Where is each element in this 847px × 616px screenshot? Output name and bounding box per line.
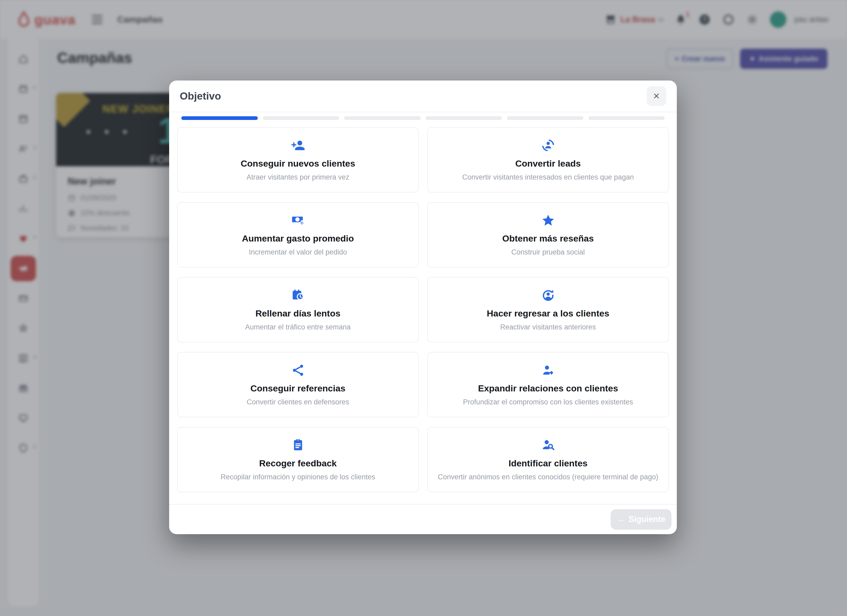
modal-footer: → Siguiente [169,504,677,534]
close-icon[interactable]: ✕ [646,86,666,106]
option-convert-leads[interactable]: Convertir leads Convertir visitantes int… [427,127,669,192]
option-identify-customers[interactable]: Identificar clientes Convertir anónimos … [427,427,669,492]
person-arrow-icon [541,363,555,377]
progress-step-5 [507,116,583,120]
arrow-right-icon: → [617,514,625,524]
progress-step-4 [426,116,502,120]
objective-modal: Objetivo ✕ Conseguir nuevos clientes Atr… [169,81,677,534]
progress-step-3 [344,116,421,120]
option-get-referrals[interactable]: Conseguir referencias Convertir clientes… [177,352,419,417]
person-sync-icon [541,138,555,152]
clipboard-icon [291,438,305,452]
option-more-reviews[interactable]: Obtener más reseñas Construir prueba soc… [427,202,669,267]
objective-options-grid: Conseguir nuevos clientes Atraer visitan… [177,127,669,492]
modal-title: Objetivo [180,90,221,102]
next-button[interactable]: → Siguiente [611,509,671,530]
share-icon [291,363,305,377]
option-bring-back-customers[interactable]: Hacer regresar a los clientes Reactivar … [427,277,669,343]
progress-step-1 [181,116,258,120]
option-expand-relationships[interactable]: Expandir relaciones con clientes Profund… [427,352,669,417]
option-new-customers[interactable]: Conseguir nuevos clientes Atraer visitan… [177,127,419,192]
wizard-progress-bar [181,116,665,120]
screen: guava Campañas La Brasa 1 ? [0,0,847,616]
option-increase-spend[interactable]: Aumentar gasto promedio Incrementar el v… [177,202,419,267]
cash-plus-icon [291,213,305,227]
progress-step-2 [263,116,339,120]
person-refresh-icon [541,288,555,303]
calendar-clock-icon [291,288,305,303]
person-search-icon [541,438,555,452]
person-add-icon [291,138,305,152]
progress-step-6 [589,116,665,120]
star-icon [541,213,555,227]
option-fill-slow-days[interactable]: Rellenar días lentos Aumentar el tráfico… [177,277,419,343]
option-collect-feedback[interactable]: Recoger feedback Recopilar información y… [177,427,419,492]
